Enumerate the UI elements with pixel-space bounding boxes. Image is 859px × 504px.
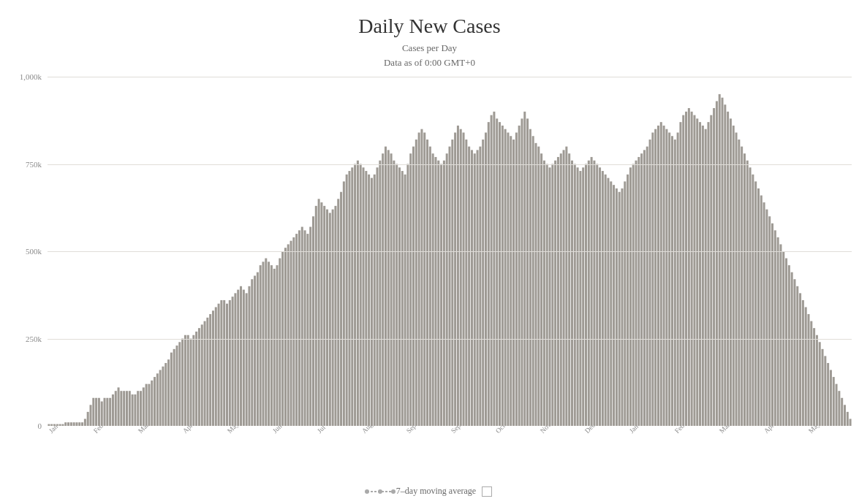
bar (195, 332, 197, 426)
bar (618, 192, 621, 426)
bar (557, 157, 559, 426)
bar (265, 259, 267, 426)
bar (824, 356, 826, 426)
bar (154, 377, 156, 426)
bar (148, 384, 150, 426)
bar (693, 115, 695, 426)
bar (691, 112, 693, 426)
bar (368, 175, 370, 426)
x-axis-label: Feb 19, 2020 (92, 426, 123, 435)
bar (760, 196, 762, 426)
x-axis-label: Dec 23, 2020 (583, 426, 615, 435)
bar (337, 199, 339, 426)
bar (101, 402, 103, 426)
bar (115, 391, 117, 426)
bar (640, 153, 643, 426)
bar (401, 171, 404, 426)
bar (92, 398, 94, 426)
bar (532, 136, 534, 426)
bar (546, 164, 548, 427)
bar (457, 126, 459, 426)
bar (237, 290, 239, 426)
x-axis-label: May 13, 2020 (226, 426, 259, 435)
bar (178, 342, 181, 426)
svg-point-3 (391, 489, 396, 494)
bar (788, 265, 790, 426)
bar (679, 122, 681, 426)
bar (173, 349, 175, 426)
bar (799, 293, 801, 426)
bar (844, 405, 846, 426)
plot-area (48, 77, 852, 426)
bar (95, 398, 97, 426)
bar (451, 140, 453, 426)
bar (735, 132, 738, 426)
bar (836, 384, 838, 426)
bar (437, 161, 439, 426)
x-axis-label: Mar 17, 2021 (718, 426, 749, 435)
bar (796, 286, 798, 426)
bar (793, 279, 795, 426)
bar (785, 259, 787, 426)
bar (406, 164, 409, 427)
bar (260, 265, 262, 426)
grid-line (48, 164, 852, 165)
bar (727, 112, 729, 426)
bar (385, 147, 387, 426)
bar (170, 353, 173, 426)
bar (315, 206, 317, 426)
bar (270, 265, 273, 426)
bar (420, 129, 423, 426)
bar (588, 161, 590, 426)
bar (646, 147, 648, 426)
bar (771, 224, 773, 426)
bar (629, 167, 632, 426)
bar (649, 140, 651, 426)
bar (251, 279, 253, 426)
legend-checkbox[interactable] (482, 486, 492, 497)
svg-point-2 (378, 489, 382, 494)
chart-container: Daily New Cases Cases per Day Data as of… (0, 0, 859, 504)
bar (668, 132, 670, 426)
x-axis-label: Nov 25, 2020 (539, 426, 571, 435)
bar (605, 175, 607, 426)
bar (724, 104, 726, 426)
x-axis-label: Feb 17, 2021 (673, 426, 704, 435)
chart-title: Daily New Cases (358, 15, 500, 38)
bar (722, 98, 724, 426)
bar (477, 150, 479, 426)
bar (579, 171, 581, 426)
bar (109, 398, 111, 426)
bar (468, 147, 470, 426)
bar (229, 300, 231, 426)
bar (746, 161, 749, 426)
bar (192, 335, 194, 426)
bar (306, 234, 309, 426)
chart-subtitle: Cases per Day Data as of 0:00 GMT+0 (384, 41, 475, 69)
bar (813, 328, 815, 426)
bar (226, 304, 228, 426)
bar (651, 132, 654, 426)
bar (757, 188, 760, 426)
bar (733, 126, 735, 426)
bar (357, 161, 359, 426)
bar (802, 300, 804, 426)
bar (156, 373, 159, 426)
bar (346, 175, 348, 426)
bar (660, 122, 662, 426)
bar (320, 202, 322, 426)
bar (248, 286, 250, 426)
bar (390, 153, 393, 426)
bar (705, 129, 707, 426)
bar (332, 210, 334, 426)
bar (534, 143, 537, 426)
bar (246, 293, 248, 426)
bar (220, 300, 222, 426)
bar (738, 140, 740, 426)
bar (365, 171, 367, 426)
bar (565, 147, 567, 426)
bar (84, 419, 86, 426)
bar (145, 384, 148, 426)
x-axis-label: Sep 02, 2020 (405, 426, 436, 435)
bar (682, 115, 684, 426)
